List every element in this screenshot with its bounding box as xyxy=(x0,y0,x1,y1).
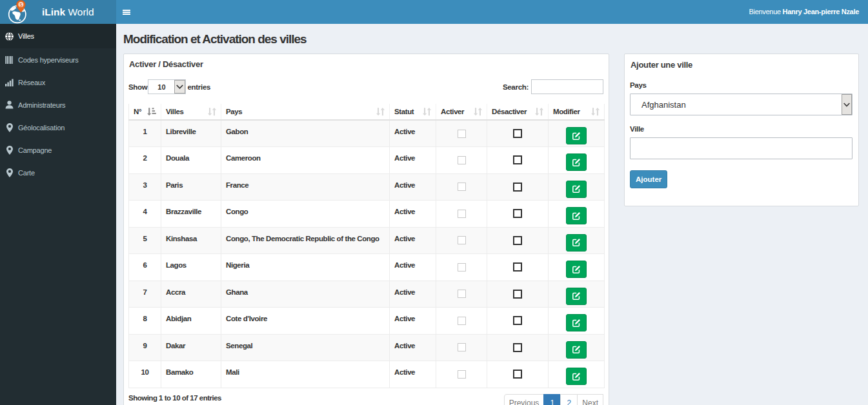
svg-text:$: $ xyxy=(19,3,22,8)
